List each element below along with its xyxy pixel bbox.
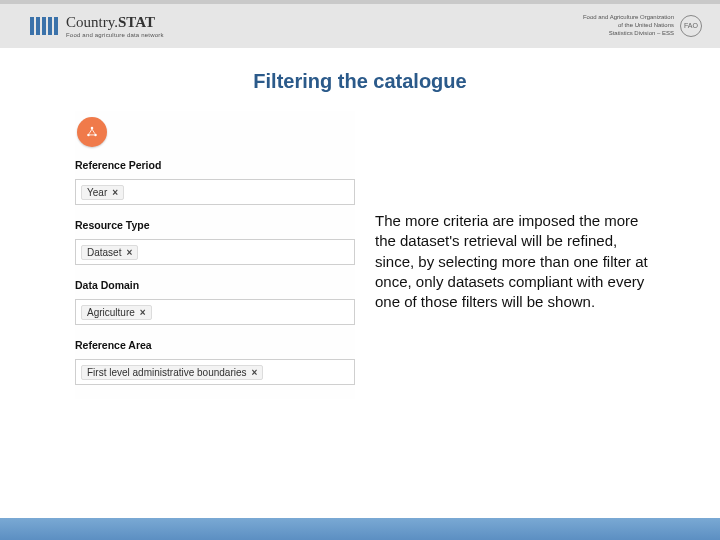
brand-text: Country.STAT Food and agriculture data n… <box>66 15 164 38</box>
tag-input[interactable]: First level administrative boundaries × <box>75 359 355 385</box>
field-label: Reference Period <box>75 159 355 171</box>
svg-point-0 <box>91 127 94 130</box>
add-filter-button[interactable] <box>77 117 107 147</box>
brand-main-a: Country <box>66 14 114 30</box>
close-icon[interactable]: × <box>140 307 146 318</box>
filter-panel: Reference Period Year × Resource Type Da… <box>75 111 355 399</box>
org-line1: Food and Agriculture Organization <box>583 14 674 22</box>
field-label: Reference Area <box>75 339 355 351</box>
logo-bars-icon <box>30 17 58 35</box>
filter-tag[interactable]: Dataset × <box>81 245 138 260</box>
close-icon[interactable]: × <box>126 247 132 258</box>
close-icon[interactable]: × <box>252 367 258 378</box>
slide-title: Filtering the catalogue <box>0 70 720 93</box>
tag-input[interactable]: Agriculture × <box>75 299 355 325</box>
filter-tag[interactable]: Agriculture × <box>81 305 152 320</box>
filter-tag[interactable]: Year × <box>81 185 124 200</box>
svg-point-2 <box>94 134 97 137</box>
field-reference-period: Reference Period Year × <box>75 159 355 205</box>
org-text: Food and Agriculture Organization of the… <box>583 14 674 37</box>
field-data-domain: Data Domain Agriculture × <box>75 279 355 325</box>
tag-text: First level administrative boundaries <box>87 367 247 378</box>
tag-input[interactable]: Year × <box>75 179 355 205</box>
close-icon[interactable]: × <box>112 187 118 198</box>
org-line2: of the United Nations <box>583 22 674 30</box>
filter-tag[interactable]: First level administrative boundaries × <box>81 365 263 380</box>
network-icon <box>85 125 99 139</box>
fao-logo-icon: FAO <box>680 15 702 37</box>
brand-right: Food and Agriculture Organization of the… <box>583 14 702 37</box>
svg-point-1 <box>87 134 90 137</box>
field-resource-type: Resource Type Dataset × <box>75 219 355 265</box>
tag-input[interactable]: Dataset × <box>75 239 355 265</box>
brand-main-b: STAT <box>118 14 155 30</box>
header-bar: Country.STAT Food and agriculture data n… <box>0 0 720 48</box>
field-reference-area: Reference Area First level administrativ… <box>75 339 355 385</box>
tag-text: Agriculture <box>87 307 135 318</box>
field-label: Data Domain <box>75 279 355 291</box>
explanation-text: The more criteria are imposed the more t… <box>375 111 650 399</box>
tag-text: Dataset <box>87 247 121 258</box>
brand-sub: Food and agriculture data network <box>66 32 164 38</box>
content-row: Reference Period Year × Resource Type Da… <box>0 111 720 399</box>
tag-text: Year <box>87 187 107 198</box>
brand-left: Country.STAT Food and agriculture data n… <box>30 15 164 38</box>
footer-bar <box>0 518 720 540</box>
field-label: Resource Type <box>75 219 355 231</box>
org-line3: Statistics Division – ESS <box>583 30 674 38</box>
